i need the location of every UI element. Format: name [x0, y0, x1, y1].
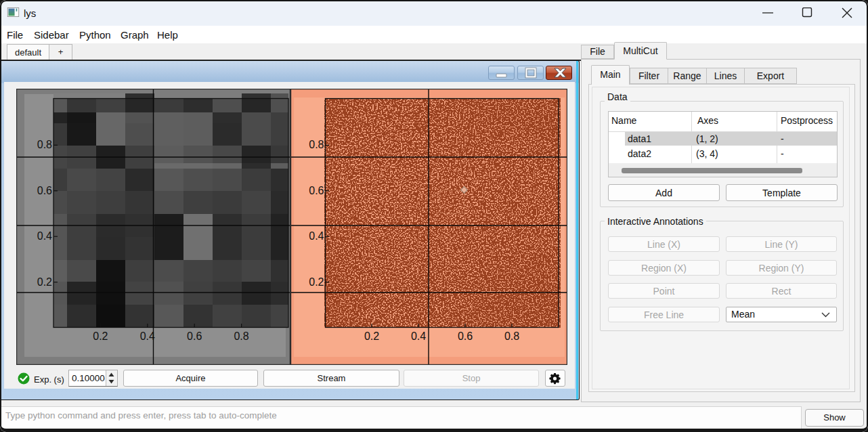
- svg-text:0.2: 0.2: [37, 276, 52, 288]
- svg-text:0.6: 0.6: [309, 185, 324, 196]
- svg-text:0.4: 0.4: [140, 330, 155, 342]
- svg-text:0.2: 0.2: [364, 330, 379, 342]
- svg-text:0.4: 0.4: [411, 330, 426, 342]
- svg-text:0.8: 0.8: [37, 139, 52, 150]
- svg-text:0.6: 0.6: [187, 330, 202, 342]
- svg-text:0.8: 0.8: [309, 139, 324, 150]
- svg-text:0.6: 0.6: [37, 185, 52, 196]
- svg-text:0.8: 0.8: [234, 330, 248, 342]
- svg-text:0.6: 0.6: [458, 330, 473, 342]
- svg-text:0.8: 0.8: [504, 330, 519, 342]
- svg-text:0.4: 0.4: [309, 230, 324, 242]
- svg-text:0.2: 0.2: [309, 276, 324, 288]
- svg-text:0.2: 0.2: [93, 330, 108, 342]
- svg-text:0.4: 0.4: [37, 230, 52, 242]
